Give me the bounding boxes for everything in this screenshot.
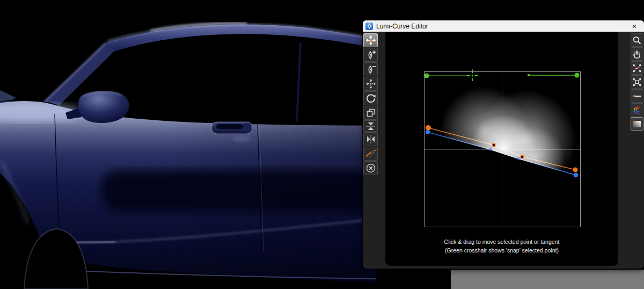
gradient-swatch-icon [632,119,642,129]
instruction-line-2: (Green crosshair shows 'snap' selected p… [385,247,618,255]
window-titlebar[interactable]: Lumi-Curve Editor × [363,20,644,32]
blue-endpoint-left[interactable] [426,130,430,134]
hand-icon [632,49,642,60]
orange-midpoint-2[interactable] [521,155,523,158]
luminance-histogram-blob [440,86,576,191]
curve-plot[interactable] [421,68,584,230]
flatten-vertical-button[interactable] [363,120,378,132]
blue-midpoint-2[interactable] [517,157,519,160]
orange-endpoint-left[interactable] [426,125,431,131]
move-arrows-icon [365,34,377,46]
dotted-move-icon [365,78,377,90]
remove-point-button[interactable] [363,62,378,76]
nudge-point-button[interactable] [363,77,378,91]
tangent-point-left[interactable] [425,74,429,78]
tangent-point-right[interactable] [575,73,580,78]
frame-all-button[interactable] [631,75,643,89]
pen-plus-icon [365,49,377,61]
move-point-button[interactable] [363,33,378,47]
preset-color-curve-button[interactable] [631,103,643,117]
flatten-horizontal-button[interactable] [363,132,378,146]
expand-curve-icon [632,63,642,74]
instruction-line-1: Click & drag to move selected point or t… [385,238,618,247]
duplicate-point-button[interactable] [363,106,378,120]
deselect-button[interactable] [363,161,378,175]
circle-x-icon [365,162,377,174]
desktop-background-gray [451,270,644,289]
frame-curve-button[interactable] [631,61,643,75]
collapse-vertical-icon [365,121,377,131]
dialog-body: Click & drag to move selected point or t… [363,32,644,269]
blue-midpoint-1[interactable] [489,148,492,150]
curve-editor-canvas[interactable]: Click & drag to move selected point or t… [385,32,618,266]
preset-flat-curve-button[interactable] [631,89,643,103]
add-point-button[interactable] [363,48,378,62]
curve-tool-icon [365,148,377,160]
orange-midpoint-1[interactable] [492,143,495,146]
expand-frame-icon [632,77,642,88]
rotate-icon [365,92,377,104]
right-toolbar [631,33,643,131]
rotate-tangent-button[interactable] [363,91,378,105]
pen-minus-icon [365,63,377,75]
rainbow-curve-icon [632,105,642,115]
overlap-squares-icon [365,107,377,119]
close-button[interactable]: × [628,20,641,32]
instruction-text: Click & drag to move selected point or t… [385,238,618,255]
left-toolbar [363,33,378,176]
application-stage: Lumi-Curve Editor × [0,0,644,289]
car-render-image [0,0,376,289]
app-icon [365,23,373,30]
collapse-horizontal-icon [365,133,377,145]
window-title: Lumi-Curve Editor [376,23,428,30]
break-tangent-button[interactable] [363,147,378,161]
magnifier-icon [632,35,642,46]
flat-line-icon [632,91,642,102]
pan-button[interactable] [631,47,643,61]
blue-endpoint-right[interactable] [574,173,578,177]
preset-gradient-button[interactable] [631,117,643,131]
orange-endpoint-right[interactable] [573,168,578,172]
zoom-button[interactable] [631,33,643,47]
lumi-curve-editor-window: Lumi-Curve Editor × [363,20,644,269]
